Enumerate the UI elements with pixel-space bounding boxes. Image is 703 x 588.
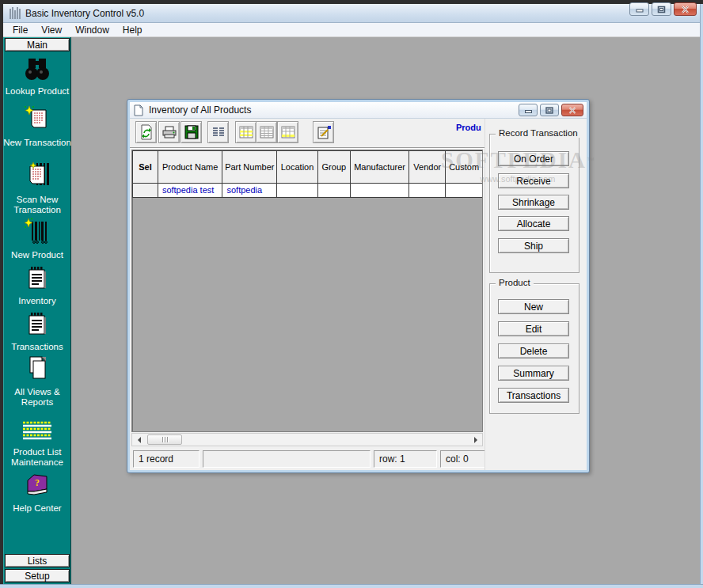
barcode-app-icon bbox=[10, 7, 21, 19]
child-minimize-button[interactable] bbox=[519, 104, 538, 116]
column-header-part-number[interactable]: Part Number bbox=[222, 150, 277, 184]
documents-icon bbox=[25, 355, 50, 381]
sidebar-item-transactions[interactable]: Transactions bbox=[3, 311, 71, 352]
product-transactions-button[interactable]: Transactions bbox=[498, 388, 569, 403]
cell-part-number[interactable]: softpedia bbox=[222, 184, 277, 198]
scrollbar-thumb[interactable] bbox=[147, 434, 182, 445]
binoculars-icon bbox=[23, 57, 51, 81]
receipt-scan-icon bbox=[24, 161, 51, 189]
cell-custom[interactable] bbox=[446, 184, 482, 198]
list-view-button[interactable] bbox=[207, 121, 229, 143]
inventory-window: Inventory of All Products bbox=[127, 99, 590, 473]
scroll-right-button[interactable] bbox=[469, 434, 482, 446]
maximize-button[interactable] bbox=[652, 2, 671, 16]
sidebar-item-scan-new-transaction[interactable]: Scan New Transaction bbox=[3, 161, 71, 215]
sidebar-item-inventory[interactable]: Inventory bbox=[3, 265, 71, 306]
minimize-icon bbox=[525, 107, 532, 113]
sidebar-item-new-transaction[interactable]: New Transaction bbox=[3, 105, 71, 148]
cell-sel[interactable] bbox=[132, 184, 158, 198]
grid-highlight-icon bbox=[239, 126, 253, 138]
sidebar-item-help-center[interactable]: ? Help Center bbox=[3, 472, 71, 514]
menu-bar: File View Window Help bbox=[3, 23, 700, 37]
cell-manufacturer[interactable] bbox=[351, 184, 410, 198]
product-delete-button[interactable]: Delete bbox=[498, 343, 569, 358]
grid-view-button[interactable] bbox=[256, 121, 277, 143]
grid-alt-icon bbox=[281, 126, 295, 138]
product-new-button[interactable]: New bbox=[498, 299, 569, 314]
cell-product-name[interactable]: softpedia test bbox=[158, 184, 223, 198]
scroll-left-button[interactable] bbox=[132, 434, 146, 446]
menu-window[interactable]: Window bbox=[75, 25, 109, 36]
column-header-sel[interactable]: Sel bbox=[132, 150, 158, 184]
refresh-button[interactable] bbox=[135, 121, 157, 143]
shrinkage-button[interactable]: Shrinkage bbox=[498, 195, 569, 210]
svg-text:?: ? bbox=[35, 477, 40, 488]
list-icon bbox=[211, 126, 226, 138]
cell-vendor[interactable] bbox=[409, 184, 446, 198]
column-header-product-name[interactable]: Product Name bbox=[158, 150, 223, 184]
menu-file[interactable]: File bbox=[13, 25, 28, 36]
horizontal-scrollbar[interactable] bbox=[131, 433, 483, 446]
grid-alt-view-button[interactable] bbox=[277, 121, 298, 143]
sidebar-item-label: Help Center bbox=[3, 503, 71, 514]
product-summary-button[interactable]: Summary bbox=[498, 366, 569, 381]
menu-view[interactable]: View bbox=[41, 25, 62, 36]
menu-help[interactable]: Help bbox=[123, 25, 142, 36]
maximize-icon bbox=[545, 107, 553, 114]
sidebar-item-label: New Product bbox=[3, 250, 71, 260]
product-edit-button[interactable]: Edit bbox=[498, 321, 569, 336]
form-properties-icon bbox=[316, 125, 332, 139]
column-header-custom[interactable]: Custom bbox=[446, 150, 482, 184]
sidebar-item-label: New Transaction bbox=[3, 138, 71, 148]
allocate-button[interactable]: Allocate bbox=[498, 216, 569, 231]
child-close-button[interactable] bbox=[561, 104, 583, 116]
sidebar-item-label: Product List Maintenance bbox=[3, 447, 71, 468]
inventory-window-title: Inventory of All Products bbox=[149, 104, 251, 116]
printer-icon bbox=[162, 125, 177, 139]
close-button[interactable] bbox=[674, 2, 697, 16]
left-arrow-icon bbox=[138, 437, 141, 443]
sidebar-item-label: Transactions bbox=[3, 342, 71, 352]
minimize-button[interactable] bbox=[629, 2, 649, 16]
notepad-icon bbox=[25, 311, 49, 336]
sidebar-lists-button[interactable]: Lists bbox=[5, 554, 70, 567]
inventory-window-titlebar[interactable]: Inventory of All Products bbox=[130, 102, 587, 119]
column-header-location[interactable]: Location bbox=[277, 150, 318, 184]
column-header-vendor[interactable]: Vendor bbox=[409, 150, 446, 184]
on-order-button[interactable]: On Order bbox=[498, 151, 569, 166]
child-maximize-button[interactable] bbox=[540, 104, 559, 116]
column-header-manufacturer[interactable]: Manufacturer bbox=[351, 150, 410, 184]
help-book-icon: ? bbox=[23, 472, 51, 498]
sidebar-setup-button[interactable]: Setup bbox=[5, 569, 70, 582]
right-arrow-icon bbox=[474, 437, 477, 443]
inventory-client-area: Produ Sel Product Name Part Number Locat… bbox=[130, 119, 587, 470]
print-button[interactable] bbox=[158, 121, 180, 143]
sidebar-item-label: Lookup Product bbox=[3, 86, 71, 97]
column-header-group[interactable]: Group bbox=[318, 150, 351, 184]
close-icon bbox=[568, 107, 576, 114]
app-title: Basic Inventory Control v5.0 bbox=[25, 8, 144, 19]
sidebar-item-all-views-reports[interactable]: All Views & Reports bbox=[3, 355, 71, 408]
barcode-new-icon bbox=[24, 218, 51, 245]
app-titlebar[interactable]: Basic Inventory Control v5.0 bbox=[3, 4, 700, 23]
cell-location[interactable] bbox=[277, 184, 318, 198]
status-bar: 1 record row: 1 col: 0 bbox=[130, 449, 494, 470]
cell-group[interactable] bbox=[318, 184, 351, 198]
products-label: Produ bbox=[456, 123, 486, 132]
grid-highlight-view-button[interactable] bbox=[235, 121, 256, 143]
products-grid: Sel Product Name Part Number Location Gr… bbox=[131, 150, 483, 432]
grid-icon bbox=[260, 126, 274, 138]
table-row[interactable]: softpedia test softpedia bbox=[132, 184, 482, 198]
properties-button[interactable] bbox=[313, 121, 334, 143]
sidebar-main-button[interactable]: Main bbox=[5, 38, 70, 51]
ship-button[interactable]: Ship bbox=[498, 238, 569, 253]
save-button[interactable] bbox=[180, 121, 202, 143]
sidebar-item-new-product[interactable]: New Product bbox=[3, 218, 71, 260]
receive-button[interactable]: Receive bbox=[498, 173, 569, 188]
close-icon bbox=[681, 6, 690, 13]
grid-header-row: Sel Product Name Part Number Location Gr… bbox=[132, 150, 482, 184]
sidebar-item-product-list-maintenance[interactable]: Product List Maintenance bbox=[3, 419, 71, 468]
record-transaction-group-title: Record Transaction bbox=[496, 128, 581, 138]
sidebar-item-lookup-product[interactable]: Lookup Product bbox=[3, 57, 71, 97]
save-icon bbox=[184, 125, 199, 139]
